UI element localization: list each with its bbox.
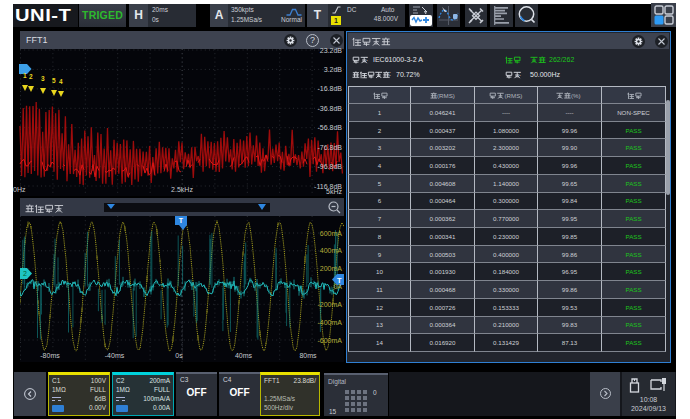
svg-text:2: 2: [23, 270, 27, 277]
